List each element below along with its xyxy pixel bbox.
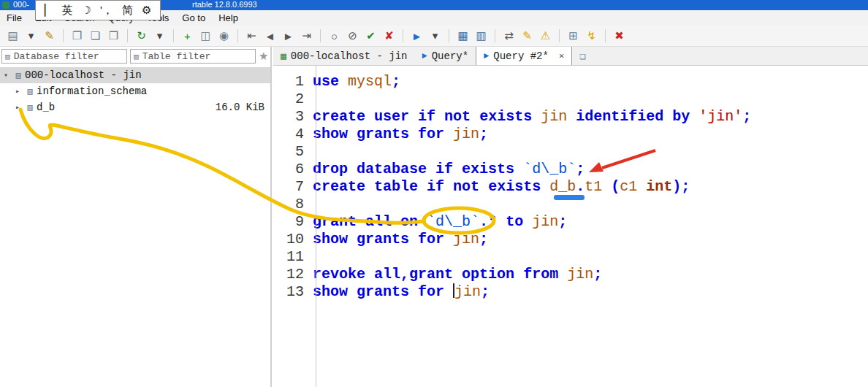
code-line[interactable]: 11 <box>273 248 868 266</box>
tab-query-1[interactable]: ► Query* <box>414 47 476 65</box>
last-row-icon[interactable]: ⇥ <box>300 29 313 42</box>
tree-item-session[interactable]: ▾ ▤ 000-localhost - jin <box>0 67 270 83</box>
first-row-icon[interactable]: ⇤ <box>245 29 259 42</box>
print-icon[interactable]: ❒ <box>107 29 121 42</box>
code-text: use mysql; <box>310 73 400 91</box>
apply-check-icon[interactable]: ✔ <box>364 29 378 42</box>
code-text <box>310 248 313 266</box>
stop-icon[interactable]: ✖ <box>612 29 626 42</box>
menu-item-go-to[interactable]: Go to <box>175 12 212 23</box>
lightning-icon[interactable]: ↯ <box>585 29 598 42</box>
code-text <box>310 91 313 108</box>
find-replace-icon[interactable]: ⇄ <box>502 29 516 42</box>
code-text: create table if not exists d_b.t1 (c1 in… <box>310 178 690 196</box>
ime-toolbar: ▏英☽'，简⚙ <box>35 0 161 20</box>
web-search-icon[interactable]: ◉ <box>217 29 231 42</box>
format-code-icon[interactable]: ✎ <box>520 29 534 42</box>
edit-session-icon[interactable]: ✎ <box>42 29 56 42</box>
main-toolbar: ▤▾✎❐❏❒↻▾+◫◉⇤◄►⇥○⊘✔✘►▾▦▥⇄✎⚠⊞↯✖ <box>0 26 868 47</box>
warning-icon[interactable]: ⚠ <box>538 29 552 42</box>
run-dropdown-icon[interactable]: ▾ <box>428 29 442 42</box>
toolbar-separator <box>237 29 238 42</box>
code-line[interactable]: 6drop database if exists `d\_b`; <box>273 161 868 178</box>
expand-arrow-icon[interactable]: ▾ <box>0 71 12 80</box>
snippet-icon[interactable]: ⊞ <box>566 29 580 42</box>
server-icon: ▤ <box>12 70 25 81</box>
table-filter-input[interactable]: ▥ Table filter <box>130 49 256 64</box>
ime-caret[interactable]: ▏ <box>45 4 53 17</box>
database-filter-placeholder: Database filter <box>14 51 99 62</box>
toolbar-separator <box>495 29 495 42</box>
code-text: create user if not exists jin identified… <box>310 108 751 126</box>
refresh-icon[interactable]: ↻ <box>134 29 148 42</box>
prev-row-icon[interactable]: ◄ <box>263 30 277 42</box>
discard-x-icon[interactable]: ✘ <box>382 29 396 42</box>
code-line[interactable]: 3create user if not exists jin identifie… <box>273 108 868 126</box>
user-manager-icon[interactable]: ◫ <box>199 29 213 42</box>
code-line[interactable]: 10show grants for jin; <box>273 231 868 248</box>
line-number: 11 <box>273 248 310 266</box>
tab-label: Query* <box>432 50 468 62</box>
session-icon[interactable]: ▤ <box>6 29 20 42</box>
add-record-icon[interactable]: + <box>180 30 194 42</box>
menu-item-help[interactable]: Help <box>212 12 245 23</box>
toolbar-separator <box>403 29 403 42</box>
line-number: 12 <box>273 266 310 283</box>
code-text: show grants for jin; <box>310 283 490 301</box>
ime-moon-icon[interactable]: ☽ <box>82 4 91 17</box>
copy-icon[interactable]: ❐ <box>70 29 84 42</box>
new-query-tab-icon[interactable]: ❏ <box>579 50 585 62</box>
favorites-star-icon[interactable]: ★ <box>259 50 274 63</box>
ime-charset-mode[interactable]: 简 <box>122 4 133 18</box>
menu-item-file[interactable]: File <box>0 12 28 23</box>
heidisql-window: { "colors": { "titlebar": "#1966D2", "kw… <box>0 0 868 387</box>
window-title-left: 000- <box>13 0 29 9</box>
code-text: show grants for jin; <box>310 231 488 248</box>
ime-lang-mode[interactable]: 英 <box>62 4 73 18</box>
tab-host[interactable]: ▦ 000-localhost - jin <box>273 47 414 65</box>
tree-item-label: d_b <box>37 101 55 113</box>
close-tab-icon[interactable]: ✕ <box>559 50 564 61</box>
code-line[interactable]: 2 <box>273 91 868 108</box>
paste-icon[interactable]: ❏ <box>88 29 102 42</box>
table-grid-icon: ▦ <box>281 50 286 62</box>
refresh-dropdown-icon[interactable]: ▾ <box>153 29 167 42</box>
code-line[interactable]: 12revoke all,grant option from jin; <box>273 266 868 283</box>
tab-query-2[interactable]: ► Query #2* ✕ <box>476 46 572 65</box>
code-line[interactable]: 4show grants for jin; <box>273 126 868 143</box>
query-play-icon: ► <box>484 51 489 61</box>
ime-settings-icon[interactable]: ⚙ <box>142 4 151 17</box>
toolbar-separator <box>127 29 128 42</box>
run-query-icon[interactable]: ► <box>410 30 424 42</box>
expand-arrow-icon[interactable]: ▸ <box>12 87 23 96</box>
line-number: 3 <box>273 108 310 126</box>
record-icon[interactable]: ○ <box>327 30 341 42</box>
tree-item-information-schema[interactable]: ▸ ▤ information_schema <box>0 83 270 99</box>
code-line[interactable]: 5 <box>273 143 868 161</box>
database-icon: ▤ <box>23 102 37 113</box>
expand-arrow-icon[interactable]: ▸ <box>12 103 23 112</box>
line-number: 4 <box>273 126 310 143</box>
code-text: show grants for jin; <box>310 126 488 143</box>
tab-label: Query #2* <box>493 50 549 62</box>
code-line[interactable]: 9grant all on `d\_b`.* to jin; <box>273 213 868 231</box>
database-size: 16.0 KiB <box>216 101 264 113</box>
database-filter-input[interactable]: ▥ Database filter <box>1 49 127 64</box>
save-icon[interactable]: ▦ <box>456 29 470 42</box>
code-editor[interactable]: 1use mysql;23create user if not exists j… <box>273 66 868 387</box>
line-number: 5 <box>273 143 310 161</box>
tree-item-d-b[interactable]: ▸ ▤ d_b 16.0 KiB <box>0 99 270 115</box>
line-number: 1 <box>273 73 310 91</box>
line-number: 6 <box>273 161 310 178</box>
cancel-circle-icon[interactable]: ⊘ <box>346 29 359 42</box>
ime-punct-mode[interactable]: '， <box>100 4 113 18</box>
open-file-icon[interactable]: ▥ <box>474 29 488 42</box>
app-icon <box>2 1 9 9</box>
code-text: drop database if exists `d\_b`; <box>310 161 585 178</box>
toolbar-separator <box>605 29 606 42</box>
code-line[interactable]: 13show grants for jin; <box>273 283 868 301</box>
code-line[interactable]: 7create table if not exists d_b.t1 (c1 i… <box>273 178 868 196</box>
code-line[interactable]: 1use mysql; <box>273 73 868 91</box>
next-row-icon[interactable]: ► <box>281 30 295 42</box>
session-dropdown-icon[interactable]: ▾ <box>24 29 38 42</box>
